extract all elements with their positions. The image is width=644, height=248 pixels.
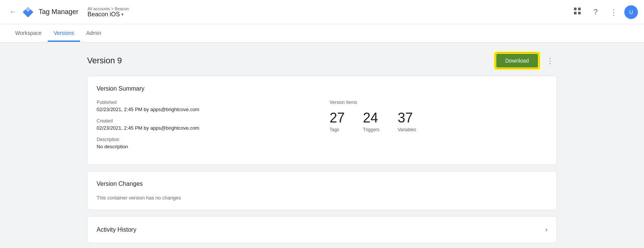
stats-header: Version Items bbox=[330, 100, 547, 105]
created-value: 02/23/2021, 2:45 PM by apps@brightcove.c… bbox=[97, 125, 314, 131]
version-more-icon: ⋮ bbox=[546, 56, 554, 65]
description-value: No description bbox=[97, 144, 314, 149]
help-icon: ? bbox=[593, 8, 597, 16]
breadcrumb-separator: > bbox=[111, 6, 113, 11]
svg-rect-4 bbox=[574, 12, 577, 14]
container-selector[interactable]: Beacon iOS ▾ bbox=[88, 11, 129, 18]
top-bar-right: ? ⋮ U bbox=[570, 5, 638, 20]
main-content: Version 9 Download ⋮ Version Summary Pub… bbox=[57, 42, 587, 248]
apps-icon bbox=[574, 7, 581, 17]
activity-history-card[interactable]: Activity History › bbox=[87, 216, 557, 243]
help-button[interactable]: ? bbox=[588, 5, 603, 20]
tab-bar: Workspace Versions Admin bbox=[0, 24, 644, 42]
tab-workspace[interactable]: Workspace bbox=[9, 25, 48, 42]
dropdown-arrow-icon: ▾ bbox=[121, 12, 123, 17]
tab-versions[interactable]: Versions bbox=[48, 25, 80, 42]
description-label: Description bbox=[97, 137, 314, 142]
stat-tags: 27 Tags bbox=[330, 111, 345, 132]
back-button[interactable]: ← bbox=[6, 5, 20, 19]
more-options-button[interactable]: ⋮ bbox=[606, 5, 621, 20]
version-summary-title: Version Summary bbox=[97, 85, 547, 92]
download-highlight: Download bbox=[494, 52, 540, 70]
avatar[interactable]: U bbox=[624, 5, 638, 19]
tag-manager-logo bbox=[21, 5, 35, 19]
top-nav-bar: ← Tag Manager All accounts > Beacon Beac… bbox=[0, 0, 644, 24]
summary-left: Published 02/23/2021, 2:45 PM by apps@br… bbox=[97, 100, 330, 155]
svg-rect-2 bbox=[574, 8, 577, 10]
version-changes-message: This container version has no changes bbox=[97, 195, 547, 201]
published-block: Published 02/23/2021, 2:45 PM by apps@br… bbox=[97, 100, 314, 112]
tab-admin[interactable]: Admin bbox=[80, 25, 107, 42]
stat-tags-label: Tags bbox=[330, 127, 339, 132]
container-name: Beacon iOS bbox=[88, 11, 120, 18]
stats-container: 27 Tags 24 Triggers 37 Variables bbox=[330, 111, 547, 132]
stat-triggers-number: 24 bbox=[363, 111, 378, 125]
activity-history-row: Activity History › bbox=[97, 226, 547, 234]
breadcrumb-account: Beacon bbox=[115, 6, 129, 11]
version-title: Version 9 bbox=[87, 56, 122, 66]
svg-rect-3 bbox=[578, 8, 581, 10]
breadcrumb: All accounts > Beacon Beacon iOS ▾ bbox=[88, 6, 129, 18]
summary-grid: Published 02/23/2021, 2:45 PM by apps@br… bbox=[97, 100, 547, 155]
apps-button[interactable] bbox=[570, 5, 585, 20]
app-title: Tag Manager bbox=[39, 8, 78, 16]
activity-history-title: Activity History bbox=[97, 226, 136, 233]
stat-variables-number: 37 bbox=[398, 111, 413, 125]
svg-rect-5 bbox=[578, 12, 581, 14]
stat-tags-number: 27 bbox=[330, 111, 345, 125]
version-changes-card: Version Changes This container version h… bbox=[87, 171, 557, 210]
stat-variables-label: Variables bbox=[398, 127, 416, 132]
stat-variables: 37 Variables bbox=[398, 111, 416, 132]
logo-area: Tag Manager bbox=[21, 5, 88, 19]
version-changes-title: Version Changes bbox=[97, 181, 547, 187]
stat-triggers-label: Triggers bbox=[363, 127, 380, 132]
created-block: Created 02/23/2021, 2:45 PM by apps@brig… bbox=[97, 118, 314, 131]
version-header: Version 9 Download ⋮ bbox=[87, 42, 557, 76]
chevron-right-icon: › bbox=[545, 226, 547, 234]
version-more-button[interactable]: ⋮ bbox=[543, 54, 557, 67]
version-actions: Download ⋮ bbox=[494, 52, 557, 70]
back-icon: ← bbox=[9, 8, 16, 16]
stat-triggers: 24 Triggers bbox=[363, 111, 380, 132]
created-label: Created bbox=[97, 118, 314, 124]
more-options-icon: ⋮ bbox=[610, 8, 617, 17]
published-value: 02/23/2021, 2:45 PM by apps@brightcove.c… bbox=[97, 107, 314, 112]
description-block: Description No description bbox=[97, 137, 314, 149]
summary-right: Version Items 27 Tags 24 Triggers 37 Var… bbox=[330, 100, 547, 155]
download-button[interactable]: Download bbox=[496, 54, 538, 67]
version-summary-card: Version Summary Published 02/23/2021, 2:… bbox=[87, 76, 557, 165]
published-label: Published bbox=[97, 100, 314, 105]
breadcrumb-top: All accounts > Beacon bbox=[88, 6, 129, 11]
all-accounts-link[interactable]: All accounts bbox=[88, 6, 110, 11]
